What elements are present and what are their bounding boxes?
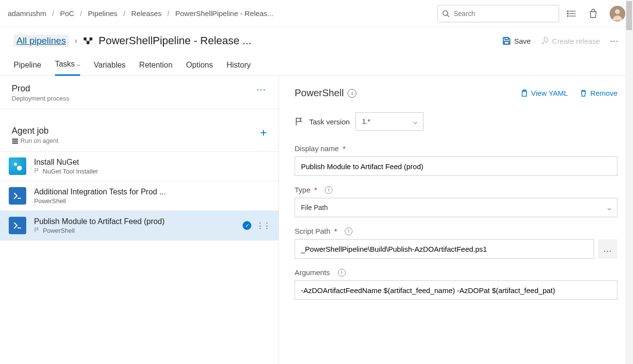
top-icons (567, 6, 625, 21)
tab-retention[interactable]: Retention (139, 54, 173, 76)
display-name-label: Display name* (295, 144, 617, 153)
trash-icon (580, 89, 587, 97)
view-yaml-button[interactable]: View YAML (520, 89, 568, 97)
info-icon[interactable]: i (325, 186, 333, 194)
panel-header: PowerShell i View YAML Remove (295, 87, 617, 99)
tab-tasks[interactable]: Tasks⌵ (55, 54, 80, 76)
chevron-down-icon: ⌵ (77, 61, 80, 68)
pipeline-icon (83, 36, 93, 46)
script-path-label: Script Path* i (295, 227, 617, 235)
tab-variables[interactable]: Variables (94, 54, 126, 76)
agent-job-header[interactable]: Agent job Run on agent + (0, 119, 279, 152)
breadcrumb-separator: / (123, 9, 125, 17)
task-version-label: Task version (309, 118, 350, 126)
svg-rect-10 (84, 37, 87, 40)
all-pipelines-link[interactable]: All pipelines (14, 35, 69, 47)
task-enabled-check-icon: ✓ (243, 221, 251, 230)
breadcrumb-item[interactable]: Releases (131, 9, 162, 17)
powershell-icon (9, 217, 26, 234)
avatar[interactable] (610, 6, 625, 21)
tabs: Pipeline Tasks⌵ Variables Retention Opti… (0, 54, 633, 76)
info-icon[interactable]: i (345, 227, 352, 235)
add-task-icon[interactable]: + (260, 126, 267, 139)
script-path-input[interactable] (295, 239, 594, 259)
svg-rect-12 (87, 41, 89, 44)
breadcrumb-item[interactable]: Pipelines (88, 9, 118, 17)
drag-handle-icon[interactable]: ⋮⋮ (256, 221, 270, 230)
breadcrumb: adamrushm / PoC / Pipelines / Releases /… (8, 9, 438, 17)
title-row: All pipelines › PowerShellPipeline - Rel… (0, 27, 633, 54)
scrollbar-track[interactable] (625, 0, 633, 364)
task-item-integration-tests[interactable]: Additional Integration Tests for Prod ..… (0, 181, 279, 211)
info-icon[interactable]: i (338, 269, 346, 277)
breadcrumb-separator: / (52, 9, 54, 17)
type-select[interactable]: File Path ⌵ (295, 198, 617, 217)
agent-sub-label: Run on agent (20, 137, 58, 144)
nuget-icon (9, 157, 26, 175)
tab-tasks-label: Tasks (55, 60, 75, 69)
stage-more-icon[interactable]: ⋯ (256, 84, 267, 95)
stage-subtitle: Deployment process (12, 95, 256, 102)
save-icon (502, 36, 511, 45)
task-name: Install NuGet (34, 158, 270, 167)
browse-button[interactable]: … (598, 239, 617, 259)
right-panel: PowerShell i View YAML Remove Task versi… (279, 76, 633, 364)
display-name-input[interactable] (295, 156, 617, 176)
svg-rect-15 (505, 37, 509, 40)
search-box[interactable] (438, 5, 559, 22)
svg-rect-19 (12, 142, 18, 144)
search-icon (442, 10, 450, 17)
svg-rect-11 (89, 37, 92, 40)
create-release-button[interactable]: Create release (541, 36, 600, 45)
svg-point-20 (14, 163, 17, 166)
task-version-value: 1.* (362, 118, 370, 125)
save-button[interactable]: Save (502, 36, 530, 45)
save-label: Save (514, 37, 530, 45)
stage-header[interactable]: Prod Deployment process ⋯ (0, 76, 279, 109)
task-subtitle: PowerShell (34, 197, 270, 205)
tab-pipeline[interactable]: Pipeline (14, 54, 41, 76)
task-sub-label: NuGet Tool Installer (43, 168, 98, 175)
task-item-publish-module[interactable]: Publish Module to Artifact Feed (prod) P… (0, 211, 279, 241)
agent-job-name: Agent job (12, 126, 260, 136)
breadcrumb-item[interactable]: adamrushm (8, 9, 46, 17)
left-panel: Prod Deployment process ⋯ Agent job Run … (0, 76, 279, 364)
task-subtitle: NuGet Tool Installer (34, 168, 270, 175)
type-label: Type* i (295, 186, 617, 194)
svg-point-9 (615, 9, 620, 14)
svg-point-7 (567, 16, 568, 17)
breadcrumb-separator: / (80, 9, 82, 17)
svg-point-5 (567, 11, 568, 12)
remove-button[interactable]: Remove (580, 89, 617, 97)
panel-title: PowerShell (295, 87, 344, 99)
more-actions-icon[interactable]: ⋯ (610, 35, 619, 46)
main-content: Prod Deployment process ⋯ Agent job Run … (0, 76, 633, 364)
arguments-input[interactable] (295, 280, 617, 300)
info-icon[interactable]: i (348, 89, 356, 98)
breadcrumb-item[interactable]: PowerShellPipeline - Releas... (176, 9, 274, 17)
list-icon[interactable] (567, 9, 577, 18)
svg-rect-18 (12, 140, 18, 142)
svg-line-1 (447, 15, 449, 17)
server-icon (12, 138, 18, 144)
flag-icon (34, 227, 41, 234)
breadcrumb-item[interactable]: PoC (60, 9, 74, 17)
type-value: File Path (301, 204, 328, 211)
search-input[interactable] (454, 10, 555, 17)
agent-job-subtitle: Run on agent (12, 137, 260, 144)
svg-rect-17 (12, 139, 18, 140)
task-version-select[interactable]: 1.* ⌵ (355, 112, 423, 131)
scrollbar-thumb[interactable] (626, 1, 632, 30)
create-release-label: Create release (552, 37, 600, 45)
powershell-icon (9, 187, 26, 205)
tab-history[interactable]: History (227, 54, 251, 76)
stage-name: Prod (12, 84, 256, 94)
task-name: Publish Module to Artifact Feed (prod) (34, 217, 243, 226)
task-sub-label: PowerShell (43, 227, 75, 234)
tab-options[interactable]: Options (186, 54, 213, 76)
svg-line-14 (88, 40, 91, 41)
task-item-nuget[interactable]: Install NuGet NuGet Tool Installer (0, 152, 279, 181)
rocket-icon (541, 36, 549, 45)
shopping-bag-icon[interactable] (588, 9, 598, 18)
chevron-right-icon: › (74, 36, 77, 45)
